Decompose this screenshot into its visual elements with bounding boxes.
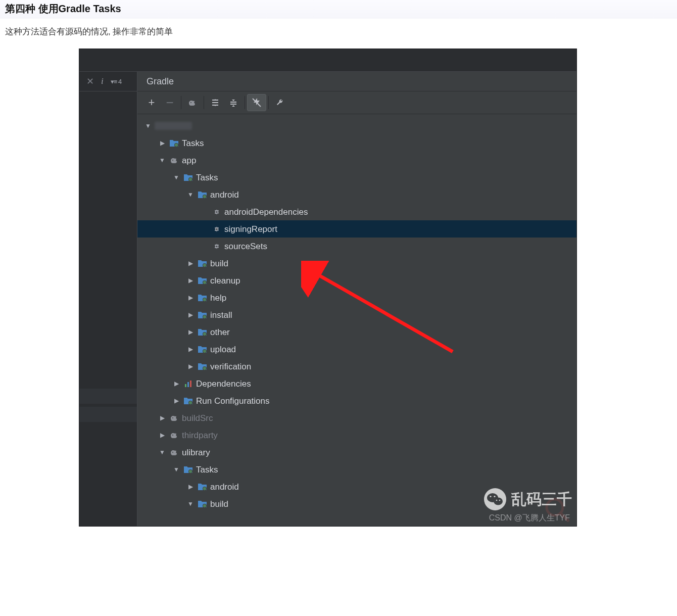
task-androidDependencies[interactable]: androidDependencies <box>137 203 576 220</box>
elephant-icon <box>169 447 180 457</box>
folder-icon <box>197 275 208 286</box>
gear-icon <box>211 241 222 251</box>
folder-icon <box>197 327 208 337</box>
gear-icon <box>211 224 222 234</box>
folder-icon <box>197 499 208 509</box>
tree-item-help[interactable]: help <box>137 289 576 306</box>
tree-item-ulibrary-tasks[interactable]: Tasks <box>137 461 576 478</box>
tree-item-android[interactable]: android <box>137 186 576 203</box>
screenshot: ✕ i ▾≡ 4 Gradle + − <box>79 49 577 527</box>
tree-item-install[interactable]: install <box>137 306 576 323</box>
info-icon[interactable]: i <box>101 76 104 86</box>
chart-icon <box>183 378 194 389</box>
tool-window-tab[interactable] <box>79 389 137 404</box>
tree-item-buildSrc[interactable]: buildSrc <box>137 409 576 427</box>
wechat-watermark: 乱码三千 <box>484 488 572 510</box>
tree-item-ulibrary[interactable]: ulibrary <box>137 444 576 461</box>
folder-icon <box>197 310 208 320</box>
tool-window-tab[interactable] <box>79 407 137 422</box>
folder-icon <box>183 396 194 406</box>
wrench-icon[interactable] <box>271 94 289 111</box>
collapse-all-icon[interactable] <box>224 94 243 111</box>
folder-icon <box>197 344 208 354</box>
ide-titlebar <box>79 49 576 72</box>
tool-window-stripe: ✕ i ▾≡ 4 <box>79 72 137 527</box>
csdn-watermark: CSDN @飞腾人生TYF <box>489 513 570 524</box>
folder-icon <box>197 189 208 200</box>
tree-item-tasks[interactable]: Tasks <box>137 134 576 152</box>
tree-root[interactable] <box>137 117 576 134</box>
project-name-redacted <box>155 122 192 130</box>
folder-icon <box>183 172 194 182</box>
folder-icon <box>197 482 208 492</box>
gradle-panel: Gradle + − <box>137 72 576 527</box>
refresh-icon[interactable] <box>183 94 202 111</box>
folder-icon <box>197 258 208 268</box>
tree-item-verification[interactable]: verification <box>137 358 576 375</box>
close-icon[interactable]: ✕ <box>86 76 94 87</box>
intro-paragraph: 这种方法适合有源码的情况, 操作非常的简单 <box>0 26 677 37</box>
gradle-toolbar: + − <box>137 91 576 114</box>
add-button[interactable]: + <box>142 94 161 111</box>
tree-item-upload[interactable]: upload <box>137 341 576 358</box>
tree-item-thirdparty[interactable]: thirdparty <box>137 427 576 444</box>
task-sourceSets[interactable]: sourceSets <box>137 238 576 255</box>
wechat-icon <box>484 488 506 510</box>
offline-mode-icon[interactable] <box>247 94 266 111</box>
elephant-icon <box>169 413 180 423</box>
folder-icon <box>169 138 180 148</box>
wechat-watermark-text: 乱码三千 <box>511 489 572 510</box>
tree-item-cleanup[interactable]: cleanup <box>137 272 576 289</box>
task-signingReport[interactable]: signingReport <box>137 220 576 238</box>
elephant-icon <box>169 155 180 165</box>
ide-window: ✕ i ▾≡ 4 Gradle + − <box>79 49 577 527</box>
remove-button[interactable]: − <box>161 94 179 111</box>
folder-icon <box>197 293 208 303</box>
folder-icon <box>197 361 208 371</box>
folder-icon <box>183 464 194 475</box>
tree-item-app[interactable]: app <box>137 152 576 169</box>
section-heading: 第四种 使用Gradle Tasks <box>0 0 677 19</box>
list-indicator: ▾≡ 4 <box>111 78 121 85</box>
panel-title: Gradle <box>137 72 576 91</box>
gear-icon <box>211 207 222 217</box>
elephant-icon <box>169 430 180 440</box>
tree-item-dependencies[interactable]: Dependencies <box>137 375 576 392</box>
gradle-tree: Tasks app Tasks android androidDependenc… <box>137 114 576 527</box>
expand-all-icon[interactable] <box>206 94 224 111</box>
tree-item-other[interactable]: other <box>137 323 576 341</box>
tree-item-app-tasks[interactable]: Tasks <box>137 169 576 186</box>
section-heading-text: 第四种 使用Gradle Tasks <box>5 2 672 16</box>
tree-item-build[interactable]: build <box>137 255 576 272</box>
tree-item-run-configurations[interactable]: Run Configurations <box>137 392 576 409</box>
